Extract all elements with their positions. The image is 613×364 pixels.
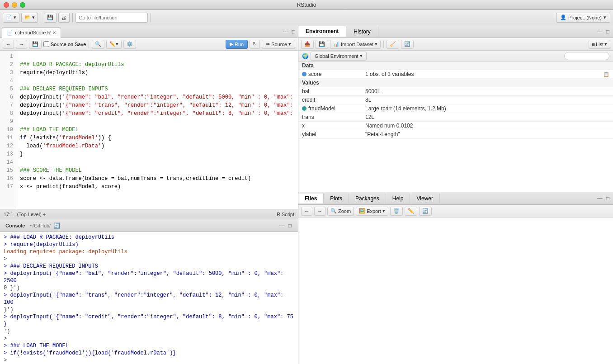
editor-forward-button[interactable]: → [16,40,27,49]
plot-back-button[interactable]: ← [301,207,312,216]
editor-panel: 📄 ccFraudScore.R ✕ — □ ← → 💾 Source on S… [0,25,298,219]
data-section-header: Data [298,61,613,70]
new-file-button[interactable]: 📄▾ [3,13,19,23]
env-search-input[interactable] [564,52,609,60]
env-value-x: Named num 0.0102 [365,123,609,129]
env-value-ylabel: "Petal-Length" [365,131,609,137]
tab-plots[interactable]: Plots [324,194,349,203]
project-button[interactable]: 👤 Project: (None)▾ [556,13,610,23]
tab-help[interactable]: Help [386,194,410,203]
close-button[interactable] [4,2,9,8]
console-tab[interactable]: Console [3,222,28,229]
plot-forward-button[interactable]: → [314,207,325,216]
environment-panel: Environment History — □ 📥 💾 📊 Import Dat… [298,25,613,192]
source-on-save-checkbox[interactable] [43,41,49,47]
plot-refresh-button[interactable]: 🔄 [419,207,432,216]
env-name-bal: bal [302,88,365,95]
code-tools-button[interactable]: ⚙️ [123,40,136,49]
env-name-x: x [302,123,365,129]
env-value-row-fraudmodel[interactable]: fraudModel Large rpart (14 elements, 1.2… [298,104,613,113]
env-value-row-trans[interactable]: trans 12L [298,113,613,122]
env-data-row-score[interactable]: score 1 obs. of 3 variables 📋 [298,70,613,79]
env-name-fraudmodel: fraudModel [302,105,365,112]
console-line: }') [4,306,294,313]
console-line: > deployrInput('{"name": "bal", "render"… [4,270,294,284]
tab-close-icon[interactable]: ✕ [52,30,56,35]
import-dataset-button[interactable]: 📊 Import Dataset▾ [330,40,381,49]
console-maximize-button[interactable]: □ [288,222,292,230]
env-tabs-bar: Environment History — □ [298,25,613,38]
export-button[interactable]: 🖼️ Export▾ [356,207,388,216]
console-line: > [4,357,294,364]
env-value-row-ylabel[interactable]: ylabel "Petal-Length" [298,130,613,139]
console-line: > deployrInput('{"name": "credit", "rend… [4,313,294,328]
global-env-button[interactable]: Global Environment▾ [311,52,367,61]
tab-packages[interactable]: Packages [349,194,386,203]
open-file-button[interactable]: 📂▾ [21,13,38,23]
editor-tabs-bar: 📄 ccFraudScore.R ✕ — □ [0,25,298,38]
env-value-row-credit[interactable]: credit 8L [298,96,613,104]
env-tab-controls: — □ [594,27,613,37]
console-controls: — □ [278,222,295,230]
tab-viewer[interactable]: Viewer [410,194,439,203]
env-load-button[interactable]: 📥 [301,40,314,49]
env-broom-button[interactable]: 🧹 [387,40,399,49]
window-controls[interactable] [4,2,25,8]
env-name-credit: credit [302,97,365,103]
editor-back-button[interactable]: ← [3,40,14,49]
files-minimize-button[interactable]: — [596,194,604,203]
console-panel: Console ~/GitHub/ 🔄 — □ > ### LOAD R PAC… [0,219,298,364]
console-line: ') [4,328,294,335]
save-all-button[interactable]: 🖨 [58,13,70,23]
plot-delete-button[interactable]: 🗑️ [390,207,403,216]
line-numbers: 12345 678910 1112131415 1617 [0,51,16,209]
tab-environment[interactable]: Environment [298,26,346,37]
maximize-panel-button[interactable]: □ [291,28,296,36]
editor-save-button[interactable]: 💾 [29,40,42,49]
search-button[interactable]: 🔍 [92,40,104,49]
left-panel: 📄 ccFraudScore.R ✕ — □ ← → 💾 Source on S… [0,25,298,364]
files-maximize-button[interactable]: □ [605,194,610,203]
maximize-button[interactable] [20,2,25,8]
console-line: > ### DECLARE REQUIRED INPUTS [4,263,294,270]
copy-icon[interactable]: 📋 [603,71,609,77]
tab-files[interactable]: Files [298,194,324,203]
source-button[interactable]: ⇒ Source ▾ [262,40,295,49]
goto-input[interactable] [75,13,148,23]
project-icon: 👤 [560,14,566,20]
console-line: > deployrInput('{"name": "trans", "rende… [4,292,294,306]
file-icon: 📄 [7,30,13,36]
minimize-panel-button[interactable]: — [282,28,289,36]
spellcheck-button[interactable]: ✏️▾ [106,40,122,49]
list-view-button[interactable]: ≡ List▾ [589,40,610,49]
console-content[interactable]: > ### LOAD R PACKAGE: deployrUtils > req… [0,232,298,364]
env-name-ylabel: ylabel [302,131,365,137]
console-line: > require(deployrUtils) [4,241,294,248]
env-refresh-button[interactable]: 🔄 [401,40,414,49]
editor-tab-file[interactable]: 📄 ccFraudScore.R ✕ [2,27,61,38]
open-icon: 📂 [24,14,31,20]
console-minimize-button[interactable]: — [278,222,286,230]
env-value-score: 1 obs. of 3 variables [365,71,603,77]
env-name-trans: trans [302,114,365,120]
env-save-button[interactable]: 💾 [316,40,328,49]
files-toolbar: ← → 🔍 Zoom 🖼️ Export▾ 🗑️ ✏️ 🔄 [298,205,613,217]
code-content[interactable]: ### LOAD R PACKAGE: deployrUtils require… [16,51,298,209]
env-value-row-bal[interactable]: bal 5000L [298,87,613,96]
score-icon [302,72,306,76]
console-clear-icon[interactable]: 🔄 [53,222,60,229]
run-button[interactable]: ▶ Run [226,40,248,49]
save-button[interactable]: 💾 [44,13,57,23]
env-value-row-x[interactable]: x Named num 0.0102 [298,122,613,130]
tab-history[interactable]: History [346,27,378,37]
console-line: 0 }') [4,284,294,292]
editor-status-bar: 17:1 (Top Level) ÷ R Script [0,209,298,219]
env-maximize-button[interactable]: □ [605,28,610,36]
rerun-button[interactable]: ↻ [250,40,260,49]
code-editor[interactable]: 12345 678910 1112131415 1617 ### LOAD R … [0,51,298,209]
source-on-save-label[interactable]: Source on Save [43,41,86,47]
zoom-button[interactable]: 🔍 Zoom [327,207,354,216]
minimize-button[interactable] [12,2,17,8]
plot-clear-button[interactable]: ✏️ [405,207,417,216]
env-minimize-button[interactable]: — [596,28,604,36]
